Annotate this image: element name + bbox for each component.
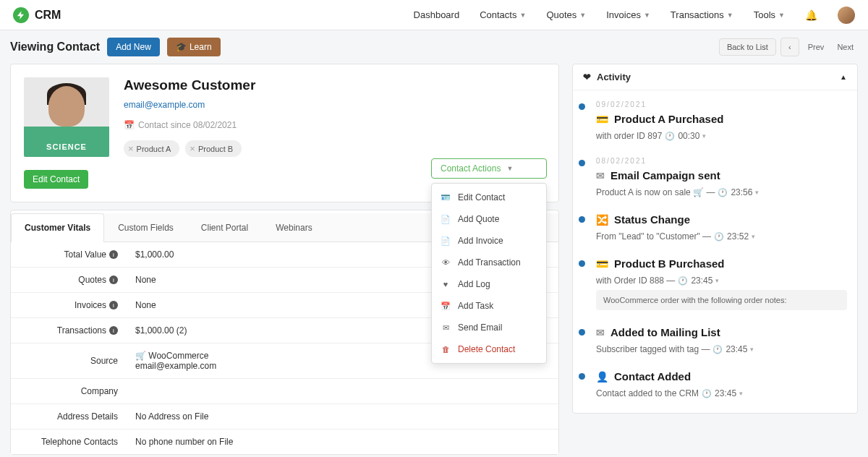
contact-actions-dropdown: Contact Actions ▼ 🪪Edit Contact 📄Add Quo… <box>431 158 547 364</box>
timeline-dot-icon <box>579 103 585 110</box>
main: SCIENCE Awesome Customer email@example.c… <box>0 64 868 457</box>
tab-customer-vitals[interactable]: Customer Vitals <box>11 213 104 242</box>
chevron-down-icon: ▼ <box>519 12 526 19</box>
brand-logo-icon <box>13 7 29 23</box>
back-to-list-button[interactable]: Back to List <box>719 38 776 56</box>
chevron-down-icon[interactable]: ▾ <box>752 233 755 240</box>
nav-dashboard[interactable]: Dashboard <box>414 9 460 20</box>
shuffle-icon: 🔀 <box>596 214 608 226</box>
heartbeat-icon: ❤ <box>583 72 591 82</box>
activity-header[interactable]: ❤ Activity ▲ <box>573 64 857 90</box>
chevron-down-icon[interactable]: ▾ <box>750 346 754 353</box>
info-icon[interactable]: i <box>109 326 118 335</box>
chevron-down-icon: ▼ <box>579 12 586 19</box>
contact-photo: SCIENCE <box>24 77 109 157</box>
timeline-dot-icon <box>579 329 585 336</box>
tag-product-a[interactable]: ×Product A <box>124 140 179 157</box>
clock-icon: 🕐 <box>702 389 712 398</box>
activity-panel: ❤ Activity ▲ 09/02/2021 💳Product A Purch… <box>572 64 858 414</box>
vital-row-company: Company <box>11 379 558 404</box>
prev-button[interactable]: Prev <box>804 43 829 51</box>
brand-label: CRM <box>35 9 61 22</box>
chevron-down-icon[interactable]: ▾ <box>715 277 719 284</box>
topbar: CRM Dashboard Contacts▼ Quotes▼ Invoices… <box>0 0 868 30</box>
chevron-down-icon[interactable]: ▾ <box>739 390 743 397</box>
nav-quotes[interactable]: Quotes▼ <box>546 9 586 20</box>
nav-invoices[interactable]: Invoices▼ <box>606 9 650 20</box>
add-new-button[interactable]: Add New <box>107 38 160 56</box>
activity-item: 💳Product B Purchased with Order ID 888 —… <box>579 257 847 310</box>
chevron-down-icon[interactable]: ▾ <box>755 189 759 196</box>
activity-item: ✉Added to Mailing List Subscriber tagged… <box>579 326 847 354</box>
topnav: Dashboard Contacts▼ Quotes▼ Invoices▼ Tr… <box>414 7 855 24</box>
info-icon[interactable]: i <box>109 301 118 309</box>
activity-timeline: 09/02/2021 💳Product A Purchased with ord… <box>573 90 857 413</box>
learn-button[interactable]: 🎓Learn <box>167 38 221 56</box>
clock-icon: 🕐 <box>718 188 728 197</box>
envelope-icon: ✉ <box>596 327 605 338</box>
action-add-invoice[interactable]: 📄Add Invoice <box>432 230 546 252</box>
brand[interactable]: CRM <box>13 7 61 23</box>
next-button[interactable]: Next <box>833 43 858 51</box>
calendar-icon: 📅 <box>441 302 451 311</box>
info-icon[interactable]: i <box>109 276 118 284</box>
action-add-quote[interactable]: 📄Add Quote <box>432 208 546 230</box>
contact-email-link[interactable]: email@example.com <box>124 100 205 110</box>
contact-since: 📅 Contact since 08/02/2021 <box>124 120 545 130</box>
activity-note: WooCommerce order with the following ord… <box>596 290 847 310</box>
page-title: Viewing Contact <box>10 40 100 54</box>
clock-icon: 🕐 <box>714 232 724 242</box>
action-delete-contact[interactable]: 🗑Delete Contact <box>432 338 546 360</box>
action-add-transaction[interactable]: 👁Add Transaction <box>432 252 546 273</box>
activity-item: 👤Contact Added Contact added to the CRM🕐… <box>579 370 847 398</box>
contact-tags: ×Product A ×Product B <box>124 140 545 157</box>
contact-name: Awesome Customer <box>124 77 545 93</box>
nav-tools[interactable]: Tools▼ <box>754 9 785 20</box>
tag-remove-icon[interactable]: × <box>190 143 195 154</box>
tab-webinars[interactable]: Webinars <box>262 213 326 242</box>
action-add-task[interactable]: 📅Add Task <box>432 295 546 317</box>
credit-card-icon: 💳 <box>596 114 608 125</box>
contact-actions-menu: 🪪Edit Contact 📄Add Quote 📄Add Invoice 👁A… <box>431 183 547 364</box>
tab-custom-fields[interactable]: Custom Fields <box>104 213 187 242</box>
chevron-down-icon: ▼ <box>644 12 650 19</box>
subheader-right: Back to List ‹ Prev Next <box>719 38 858 56</box>
notifications-icon[interactable]: 🔔 <box>805 9 817 21</box>
action-edit-contact[interactable]: 🪪Edit Contact <box>432 187 546 208</box>
graduation-icon: 🎓 <box>176 42 187 52</box>
id-card-icon: 🪪 <box>441 193 451 202</box>
action-send-email[interactable]: ✉Send Email <box>432 317 546 338</box>
subheader: Viewing Contact Add New 🎓Learn Back to L… <box>0 30 868 64</box>
contact-actions-button[interactable]: Contact Actions ▼ <box>431 158 547 179</box>
tab-client-portal[interactable]: Client Portal <box>187 213 262 242</box>
clock-icon: 🕐 <box>678 276 688 286</box>
contact-info: Awesome Customer email@example.com 📅 Con… <box>124 77 545 157</box>
vital-row-address: Address Details No Address on File <box>11 404 558 430</box>
nav-transactions[interactable]: Transactions▼ <box>671 9 733 20</box>
timeline-dot-icon <box>579 216 585 223</box>
chevron-down-icon[interactable]: ▾ <box>702 132 706 140</box>
action-add-log[interactable]: ♥Add Log <box>432 273 546 295</box>
tag-remove-icon[interactable]: × <box>128 143 134 154</box>
calendar-icon: 📅 <box>124 120 135 130</box>
activity-item: 🔀Status Change From "Lead" to "Customer"… <box>579 213 847 242</box>
edit-contact-button[interactable]: Edit Contact <box>24 170 88 189</box>
nav-contacts[interactable]: Contacts▼ <box>480 9 526 20</box>
user-icon: 👤 <box>596 371 608 383</box>
right-column: ❤ Activity ▲ 09/02/2021 💳Product A Purch… <box>572 64 858 457</box>
chevron-down-icon: ▼ <box>727 12 733 19</box>
tag-product-b[interactable]: ×Product B <box>185 140 242 157</box>
info-icon[interactable]: i <box>109 250 118 259</box>
left-column: SCIENCE Awesome Customer email@example.c… <box>10 64 559 457</box>
eye-icon: 👁 <box>441 258 451 267</box>
user-avatar[interactable] <box>838 7 855 24</box>
prev-arrow-button[interactable]: ‹ <box>780 38 799 56</box>
envelope-icon: ✉ <box>441 323 451 333</box>
vital-row-phone: Telephone Contacts No phone number on Fi… <box>11 430 558 454</box>
contact-header: SCIENCE Awesome Customer email@example.c… <box>11 64 558 170</box>
timeline-dot-icon <box>579 373 585 380</box>
heart-icon: ♥ <box>441 280 451 289</box>
chevron-up-icon: ▲ <box>840 73 847 81</box>
document-icon: 📄 <box>441 215 451 224</box>
trash-icon: 🗑 <box>441 345 451 354</box>
